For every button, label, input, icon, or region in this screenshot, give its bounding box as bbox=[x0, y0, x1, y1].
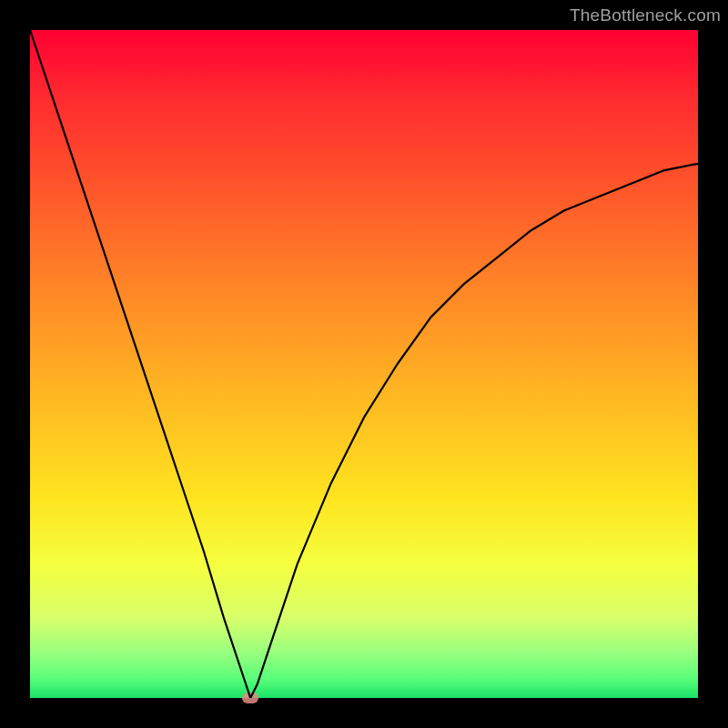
plot-area bbox=[30, 30, 698, 698]
bottleneck-curve bbox=[30, 30, 698, 698]
watermark-text: TheBottleneck.com bbox=[570, 5, 721, 25]
chart-outer: TheBottleneck.com bbox=[0, 0, 728, 728]
